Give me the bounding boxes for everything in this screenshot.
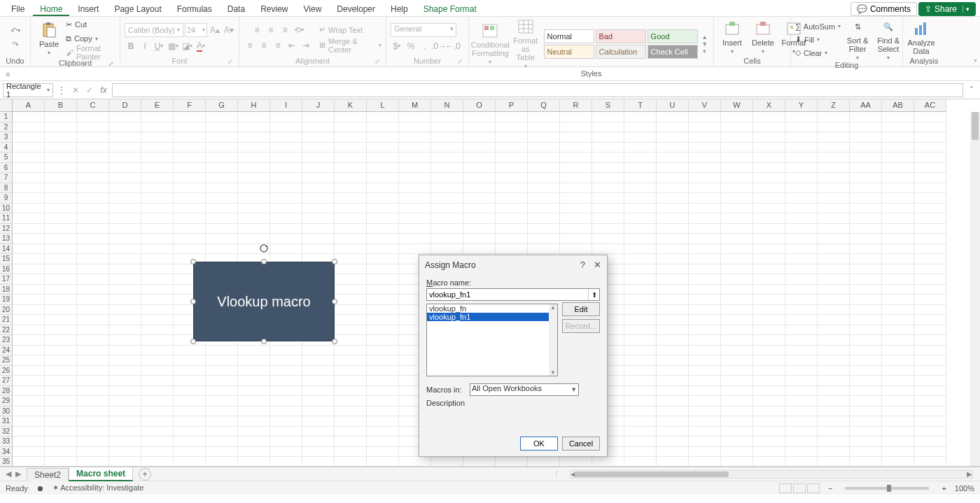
cell[interactable] [302,416,335,427]
cell[interactable] [818,427,850,437]
cell[interactable] [45,346,77,356]
cell[interactable] [818,112,850,122]
cell[interactable] [689,143,721,153]
row-header[interactable]: 27 [0,376,13,386]
cell[interactable] [13,234,45,244]
copy-button[interactable]: ⧉Copy▾ [66,32,98,45]
cell[interactable] [753,193,785,204]
cell[interactable] [431,163,463,173]
column-header[interactable]: O [463,99,496,112]
macro-name-input[interactable]: ⬆ [426,288,600,301]
cell[interactable] [270,112,302,122]
cell[interactable] [914,295,946,305]
row-header[interactable]: 24 [0,346,13,356]
cell[interactable] [335,163,367,173]
cell[interactable] [367,315,399,325]
bold-icon[interactable]: B [125,40,137,52]
column-header[interactable]: Z [818,99,850,112]
cell[interactable] [206,447,238,458]
cell[interactable] [13,224,45,234]
column-header[interactable]: T [624,99,657,112]
cell[interactable] [721,416,753,427]
cell[interactable] [914,437,946,447]
cell[interactable] [206,437,238,447]
cell[interactable] [13,437,45,447]
cell[interactable] [882,112,914,122]
cell[interactable] [238,213,270,224]
cell[interactable] [850,224,882,234]
sheet-nav-next-icon[interactable]: ▶ [15,469,21,479]
cell[interactable] [77,122,109,133]
cell[interactable] [818,285,850,295]
cell[interactable] [882,204,914,214]
cell[interactable] [270,416,302,427]
cell[interactable] [785,285,818,295]
cell[interactable] [45,457,77,467]
cell[interactable] [850,285,882,295]
cell[interactable] [689,112,721,122]
cell[interactable] [882,285,914,295]
cell[interactable] [302,386,335,397]
cell[interactable] [77,447,109,458]
cell[interactable] [689,204,721,214]
cell[interactable] [914,244,946,255]
cell[interactable] [689,315,721,325]
cell[interactable] [882,183,914,194]
cell[interactable] [141,163,174,173]
cell[interactable] [141,427,174,437]
cell[interactable] [689,163,721,173]
cell[interactable] [657,204,689,214]
cell[interactable] [109,427,141,437]
cell[interactable] [302,193,335,204]
cell[interactable] [689,153,721,163]
cell[interactable] [109,234,141,244]
column-header[interactable]: M [399,99,431,112]
cell[interactable] [302,204,335,214]
cell[interactable] [689,325,721,336]
cell[interactable] [657,346,689,356]
cell[interactable] [785,427,818,437]
cell[interactable] [624,396,657,406]
row-header[interactable]: 12 [0,224,13,234]
align-middle-icon[interactable]: ≡ [265,24,277,36]
cell[interactable] [45,224,77,234]
row-header[interactable]: 32 [0,427,13,437]
cell[interactable] [785,305,818,316]
cell[interactable] [109,132,141,143]
cell[interactable] [206,153,238,163]
cell[interactable] [335,447,367,458]
column-header[interactable]: L [367,99,399,112]
column-headers[interactable]: ABCDEFGHIJKLMNOPQRSTUVWXYZAAABAC [13,99,980,112]
align-bottom-icon[interactable]: ≡ [279,24,291,36]
cell[interactable] [431,132,463,143]
cell[interactable] [818,416,850,427]
select-all-corner[interactable] [0,99,13,112]
cell[interactable] [721,264,753,275]
cell[interactable] [882,346,914,356]
cell[interactable] [206,244,238,255]
resize-handle[interactable] [261,259,267,264]
cell[interactable] [624,264,657,275]
cell[interactable] [109,376,141,386]
cell[interactable] [850,173,882,183]
cell[interactable] [77,346,109,356]
cell[interactable] [818,234,850,244]
view-page-layout-icon[interactable] [793,483,806,493]
column-header[interactable]: E [141,99,174,112]
cell[interactable] [238,234,270,244]
cell[interactable] [882,396,914,406]
cell[interactable] [463,224,496,234]
cell[interactable] [367,204,399,214]
cell[interactable] [141,325,174,336]
cell[interactable] [13,315,45,325]
cell[interactable] [335,132,367,143]
cell[interactable] [721,396,753,406]
column-header[interactable]: AC [914,99,946,112]
cell[interactable] [77,366,109,376]
cell[interactable] [624,335,657,346]
cell[interactable] [141,396,174,406]
cell[interactable] [206,416,238,427]
cell[interactable] [657,285,689,295]
cell[interactable] [657,173,689,183]
cell[interactable] [141,355,174,366]
